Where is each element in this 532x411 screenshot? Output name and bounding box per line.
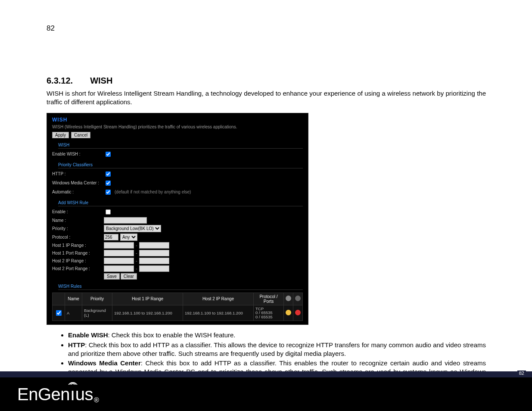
row-proto: TCP 0 / 65535 0 / 65535: [254, 305, 284, 321]
row-host1: 192.168.1.100 to 192.168.1.200: [112, 305, 183, 321]
save-button[interactable]: Save: [104, 273, 120, 280]
priority-label: Priority :: [52, 226, 104, 231]
automatic-checkbox[interactable]: [106, 190, 111, 195]
list-item: HTTP: Check this box to add HTTP as a cl…: [68, 341, 486, 358]
th-host1: Host 1 IP Range: [112, 293, 183, 305]
host1-port-to[interactable]: [139, 250, 169, 256]
host2-ip-from[interactable]: [104, 258, 134, 264]
panel-title: WISH: [52, 117, 303, 123]
panel-subtitle: WISH (Wireless Intelligent Stream Handli…: [52, 125, 303, 129]
wmc-label: Windows Media Center :: [52, 181, 104, 185]
th-del: [293, 293, 303, 305]
footer-band: 82: [0, 371, 532, 377]
page-number-bottom: 82: [517, 371, 526, 376]
edit-icon: [286, 296, 291, 301]
wish-panel: WISH WISH (Wireless Intelligent Stream H…: [47, 113, 308, 325]
protocol-label: Protocol :: [52, 235, 104, 240]
protocol-number-input[interactable]: [104, 234, 118, 240]
host2-port-to[interactable]: [139, 265, 169, 272]
row-host2: 192.168.1.100 to 192.168.1.200: [183, 305, 254, 321]
enable-rule-label: Enable :: [52, 209, 104, 214]
host1-port-from[interactable]: [104, 250, 134, 256]
th-priority: Priority: [82, 293, 112, 305]
dash: -: [136, 258, 137, 263]
cancel-button[interactable]: Cancel: [71, 132, 90, 138]
logo-text-post: us: [75, 385, 93, 404]
registered-icon: ®: [94, 396, 99, 404]
enable-rule-checkbox[interactable]: [106, 209, 111, 215]
row-name: A: [65, 305, 82, 321]
enable-wish-checkbox[interactable]: [106, 152, 111, 157]
dash: -: [136, 266, 137, 271]
apply-button[interactable]: Apply: [52, 132, 69, 138]
automatic-note: (default if not matched by anything else…: [115, 190, 191, 194]
section-heading: 6.3.12.WISH: [47, 76, 486, 86]
th-proto: Protocol / Ports: [254, 293, 284, 305]
th-host2: Host 2 IP Range: [183, 293, 254, 305]
logo-text-pre: EnGen: [17, 385, 70, 404]
section-title: WISH: [90, 76, 112, 85]
group-wish: WISH: [58, 143, 303, 149]
priority-select[interactable]: Background Low(BK LO): [104, 225, 161, 232]
th-name: Name: [65, 293, 82, 305]
host1-ip-label: Host 1 IP Range :: [52, 243, 104, 248]
section-number: 6.3.12.: [47, 76, 73, 85]
automatic-label: Automatic :: [52, 190, 104, 194]
host2-port-from[interactable]: [104, 265, 134, 272]
edit-icon[interactable]: [286, 310, 291, 315]
row-checkbox[interactable]: [56, 310, 62, 316]
host2-port-label: Host 2 Port Range :: [52, 266, 104, 271]
host1-ip-to[interactable]: [139, 242, 169, 249]
group-classifiers: Priority Classifiers: [58, 162, 303, 168]
host2-ip-label: Host 2 IP Range :: [52, 258, 104, 263]
name-label: Name :: [52, 218, 104, 223]
table-row: A Background (L) 192.168.1.100 to 192.16…: [53, 305, 303, 321]
dash: -: [136, 243, 137, 248]
th-edit: [284, 293, 293, 305]
delete-icon[interactable]: [295, 310, 301, 315]
intro-text: WISH is short for Wireless Intelligent S…: [47, 89, 486, 107]
wifi-icon: [68, 379, 78, 386]
http-label: HTTP :: [52, 171, 104, 176]
page-footer: 82 EnGen ı us®: [0, 371, 532, 411]
protocol-select[interactable]: Any: [120, 234, 137, 241]
logo-i: ı: [70, 385, 75, 404]
http-checkbox[interactable]: [106, 171, 111, 177]
footer-logo-area: EnGen ı us®: [0, 377, 532, 411]
group-rules: WISH Rules: [58, 284, 303, 290]
row-priority: Background (L): [82, 305, 112, 321]
wmc-checkbox[interactable]: [106, 181, 111, 186]
host1-ip-from[interactable]: [104, 242, 134, 249]
list-item: Enable WISH: Check this box to enable th…: [68, 331, 486, 339]
content-area: 6.3.12.WISH WISH is short for Wireless I…: [47, 76, 486, 386]
host2-ip-to[interactable]: [139, 258, 169, 264]
engenius-logo: EnGen ı us®: [17, 385, 99, 404]
dash: -: [136, 250, 137, 255]
group-add-rule: Add WISH Rule: [58, 200, 303, 206]
delete-icon: [295, 296, 301, 301]
clear-button[interactable]: Clear: [121, 273, 137, 280]
th-check: [53, 293, 65, 305]
rules-table: Name Priority Host 1 IP Range Host 2 IP …: [52, 293, 303, 321]
enable-wish-label: Enable WISH :: [52, 152, 104, 156]
page-number-top: 82: [47, 24, 55, 33]
host1-port-label: Host 1 Port Range :: [52, 251, 104, 255]
name-input[interactable]: [104, 217, 147, 224]
